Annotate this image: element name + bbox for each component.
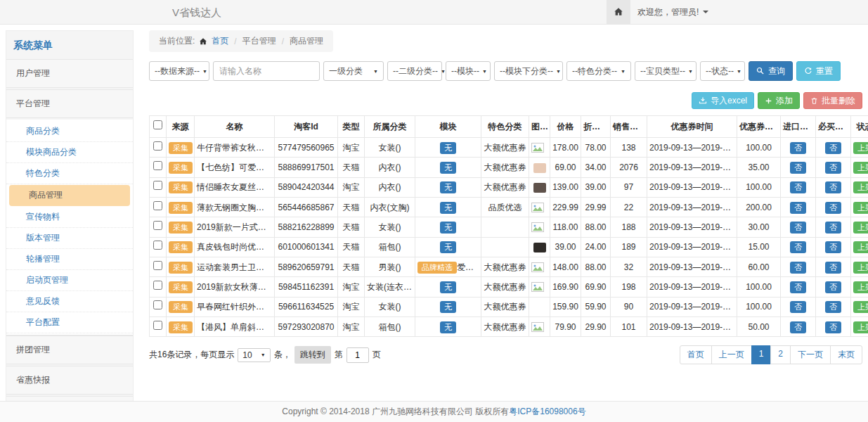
page-link[interactable]: 下一页: [790, 345, 831, 364]
must-buy-toggle[interactable]: 否: [825, 202, 841, 214]
coupon-time-cell: 2019-09-13—2019-09-17: [647, 297, 737, 316]
page-link[interactable]: 上一页: [711, 345, 752, 364]
search-button[interactable]: 查询: [749, 61, 793, 81]
module-cell: 无: [415, 197, 481, 217]
column-header: 销售数量: [611, 116, 647, 138]
sidebar-group[interactable]: 用户管理: [6, 59, 133, 88]
home-button[interactable]: [607, 0, 630, 24]
filter-select[interactable]: --二级分类--▼: [387, 61, 442, 81]
breadcrumb-home-link[interactable]: 首页: [212, 35, 228, 47]
must-buy-toggle[interactable]: 否: [825, 281, 841, 293]
status-badge[interactable]: 上架: [853, 321, 868, 333]
row-checkbox[interactable]: [153, 241, 162, 250]
user-menu[interactable]: 欢迎您，管理员!: [630, 6, 715, 18]
sidebar-item[interactable]: 轮播管理: [6, 249, 133, 270]
import-pick-toggle[interactable]: 否: [790, 241, 806, 253]
select-all-checkbox[interactable]: [153, 120, 162, 129]
sidebar-group[interactable]: 省惠快报: [6, 366, 133, 395]
row-checkbox[interactable]: [153, 201, 162, 210]
sales-cell: 138: [611, 138, 647, 158]
page-link[interactable]: 末页: [830, 345, 862, 364]
filter-select[interactable]: --数据来源--▼: [149, 61, 209, 81]
taoke-id-cell: 598451162391: [275, 277, 338, 297]
status-cell: 上架: [851, 138, 868, 158]
must-buy-toggle[interactable]: 否: [825, 262, 841, 274]
import-pick-toggle[interactable]: 否: [790, 142, 806, 154]
import-pick-toggle[interactable]: 否: [790, 222, 806, 234]
must-buy-toggle[interactable]: 否: [825, 181, 841, 193]
page-number-input[interactable]: [346, 347, 369, 363]
import-pick-toggle[interactable]: 否: [790, 262, 806, 274]
row-checkbox[interactable]: [153, 261, 162, 270]
sales-cell: 97: [611, 177, 647, 197]
import-pick-toggle[interactable]: 否: [790, 321, 806, 333]
sidebar-item[interactable]: 商品分类: [6, 121, 133, 142]
row-checkbox[interactable]: [153, 141, 162, 151]
breadcrumb-prefix: 当前位置:: [159, 35, 195, 47]
page-link[interactable]: 2: [770, 345, 791, 364]
must-buy-toggle[interactable]: 否: [825, 142, 841, 154]
per-page-select[interactable]: 10 ▼: [238, 348, 270, 362]
filter-select[interactable]: --特色分类--▼: [566, 61, 631, 81]
filter-select[interactable]: --模块下分类--▼: [494, 61, 563, 81]
row-checkbox[interactable]: [153, 281, 162, 290]
sidebar-item[interactable]: 启动页管理: [6, 270, 133, 291]
must-buy-toggle[interactable]: 否: [825, 162, 841, 174]
import-pick-toggle[interactable]: 否: [790, 202, 806, 214]
status-badge[interactable]: 上架: [853, 142, 868, 154]
row-checkbox[interactable]: [153, 181, 162, 190]
icp-link[interactable]: 粤ICP备16098006号: [509, 406, 585, 418]
reset-button[interactable]: 重置: [796, 61, 841, 81]
must-buy-toggle[interactable]: 否: [825, 321, 841, 333]
filter-select[interactable]: --状态--▼: [700, 61, 745, 81]
status-badge[interactable]: 上架: [853, 222, 868, 234]
status-badge[interactable]: 上架: [853, 181, 868, 193]
row-checkbox[interactable]: [153, 300, 162, 309]
row-checkbox[interactable]: [153, 321, 162, 330]
sidebar-item[interactable]: 版本管理: [6, 228, 133, 249]
taoke-id-cell: 596611634525: [275, 297, 338, 316]
must-buy-toggle[interactable]: 否: [825, 222, 841, 234]
must-buy-toggle[interactable]: 否: [825, 241, 841, 253]
name-search-input[interactable]: [213, 61, 320, 81]
batch-delete-button[interactable]: 批量删除: [803, 92, 862, 109]
sidebar-item[interactable]: 意见反馈: [6, 291, 133, 312]
must-buy-toggle[interactable]: 否: [825, 301, 841, 313]
status-badge[interactable]: 上架: [853, 202, 868, 214]
filter-select[interactable]: --宝贝类型--▼: [635, 61, 697, 81]
sidebar-item[interactable]: 商品管理: [9, 185, 130, 206]
status-badge[interactable]: 上架: [853, 241, 868, 253]
sidebar-item[interactable]: 特色分类: [6, 163, 133, 184]
row-checkbox[interactable]: [153, 221, 162, 230]
sidebar-title: 系统菜单: [6, 31, 133, 59]
sidebar-item[interactable]: 宣传物料: [6, 207, 133, 228]
import-pick-toggle[interactable]: 否: [790, 281, 806, 293]
sidebar-item[interactable]: 平台配置: [6, 312, 133, 333]
breadcrumb-item: 商品管理: [290, 35, 323, 47]
import-pick-toggle[interactable]: 否: [790, 181, 806, 193]
sidebar-item[interactable]: 模块商品分类: [6, 142, 133, 163]
page-link[interactable]: 首页: [680, 345, 712, 364]
chevron-down-icon: [703, 11, 708, 13]
status-cell: 上架: [851, 297, 868, 316]
filter-select[interactable]: 一级分类▼: [323, 61, 384, 81]
status-badge[interactable]: 上架: [853, 162, 868, 174]
status-badge[interactable]: 上架: [853, 281, 868, 293]
sidebar-group[interactable]: 拼团管理: [6, 335, 133, 364]
sidebar-group[interactable]: 平台管理: [6, 89, 133, 118]
page-link[interactable]: 1: [751, 345, 772, 364]
icon-cell: [529, 197, 550, 217]
status-badge[interactable]: 上架: [853, 301, 868, 313]
module-badge: 无: [440, 321, 456, 333]
import-pick-toggle[interactable]: 否: [790, 162, 806, 174]
discount-price-cell: 59.90: [581, 297, 611, 316]
filter-select-label: --模块--: [451, 65, 479, 77]
jump-button[interactable]: 跳转到: [294, 346, 331, 364]
import-excel-button[interactable]: 导入excel: [692, 92, 754, 109]
row-checkbox[interactable]: [153, 161, 162, 170]
add-button[interactable]: 添加: [758, 92, 800, 109]
import-pick-toggle[interactable]: 否: [790, 301, 806, 313]
status-badge[interactable]: 上架: [853, 262, 868, 274]
source-cell: 采集: [167, 237, 195, 257]
filter-select[interactable]: --模块--▼: [446, 61, 491, 81]
